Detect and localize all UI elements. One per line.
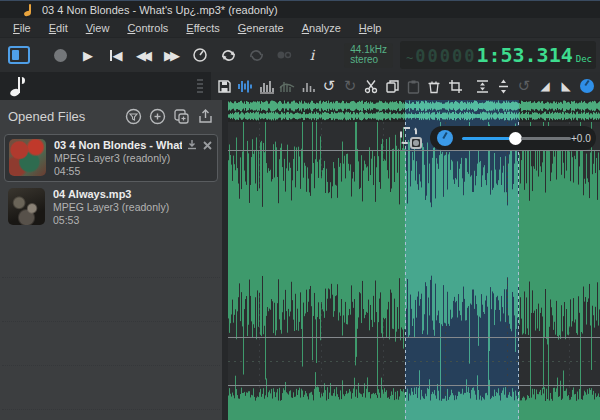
level-view-button[interactable] <box>299 76 317 96</box>
opened-files-header: Opened Files <box>0 100 222 132</box>
fade-in-icon: ◢ <box>540 79 549 93</box>
toolbar-drag-handle[interactable] <box>197 79 203 93</box>
zoom-vertical-button[interactable] <box>494 76 512 96</box>
gain-tool-button[interactable] <box>578 76 596 96</box>
spectrum-view-button[interactable] <box>257 76 275 96</box>
menu-file[interactable]: File <box>4 20 40 36</box>
save-icon <box>217 79 232 94</box>
redo-button[interactable]: ↻ <box>341 76 359 96</box>
menu-analyze[interactable]: Analyze <box>293 20 350 36</box>
waveform-view-button[interactable] <box>236 76 254 96</box>
fit-vertical-button[interactable] <box>473 76 491 96</box>
record-options-icon <box>276 49 292 61</box>
toolbar-left-section <box>0 72 211 100</box>
record-options-button[interactable] <box>272 43 296 67</box>
menu-bar: File Edit View Controls Effects Generate… <box>0 18 600 38</box>
fit-vertical-icon <box>475 79 490 94</box>
delete-button[interactable] <box>425 76 443 96</box>
time-value: 1:53.314 <box>476 43 572 67</box>
info-button[interactable]: i <box>300 43 324 67</box>
menu-edit[interactable]: Edit <box>40 20 77 36</box>
app-logo-icon <box>24 4 34 16</box>
selection-copy-icon[interactable] <box>400 127 422 149</box>
gain-knob-icon <box>580 79 594 93</box>
info-icon: i <box>310 48 314 62</box>
skip-to-start-button[interactable]: ◀ <box>104 43 128 67</box>
loop-selection-button[interactable] <box>244 43 268 67</box>
filter-files-button[interactable] <box>125 108 142 125</box>
cut-button[interactable] <box>362 76 380 96</box>
empty-list-row <box>2 278 220 322</box>
waveform-editor[interactable]: +0.0 <box>228 100 600 420</box>
title-bar: 03 4 Non Blondes - What's Up¿.mp3* (read… <box>0 0 600 18</box>
time-display[interactable]: ~ 00000 1:53.314 Dec <box>400 41 596 69</box>
paste-icon <box>406 79 421 94</box>
edit-toolbar: ↺ ↻ <box>211 72 600 100</box>
revert-button[interactable]: ↺ <box>515 76 533 96</box>
file-title: 04 Always.mp3 <box>53 188 214 200</box>
mixdown-button[interactable] <box>186 139 198 151</box>
gain-slider-popup: +0.0 <box>430 126 596 150</box>
paste-button[interactable] <box>404 76 422 96</box>
file-duration: 04:55 <box>54 165 213 177</box>
add-icon <box>149 108 166 125</box>
file-format: MPEG Layer3 (readonly) <box>54 152 213 164</box>
transport-toolbar: ▶ ◀ ◀◀ ▶▶ <box>0 38 600 72</box>
files-panel-toggle-button[interactable] <box>8 46 30 64</box>
fade-out-button[interactable]: ◣ <box>557 76 575 96</box>
album-art-thumbnail <box>9 139 46 176</box>
close-file-button[interactable] <box>202 140 213 151</box>
slider-filled-track <box>462 137 510 140</box>
empty-list-row <box>2 322 220 366</box>
copy-button[interactable] <box>383 76 401 96</box>
app-window: 03 4 Non Blondes - What's Up¿.mp3* (read… <box>0 0 600 420</box>
fade-in-button[interactable]: ◢ <box>536 76 554 96</box>
zoom-vertical-icon <box>496 79 511 94</box>
crop-icon <box>448 79 463 94</box>
file-list-item[interactable]: 03 4 Non Blondes - What's Up¿.... <box>4 134 218 182</box>
play-button[interactable]: ▶ <box>76 43 100 67</box>
window-title: 03 4 Non Blondes - What's Up¿.mp3* (read… <box>42 4 278 16</box>
play-speed-button[interactable] <box>188 43 212 67</box>
loop-icon <box>220 48 237 63</box>
record-button[interactable] <box>48 43 72 67</box>
gain-popup: +0.0 <box>400 126 596 150</box>
file-title: 03 4 Non Blondes - What's Up¿.... <box>54 139 182 151</box>
menu-generate[interactable]: Generate <box>229 20 293 36</box>
duplicate-file-button[interactable] <box>173 108 190 125</box>
arrow-down-to-line-icon <box>186 139 198 151</box>
file-list-item[interactable]: 04 Always.mp3 MPEG Layer3 (readonly) 05:… <box>4 184 218 230</box>
album-art-thumbnail <box>8 188 45 225</box>
opened-files-panel: Opened Files <box>0 100 222 420</box>
trash-icon <box>427 79 441 94</box>
gain-slider[interactable] <box>462 132 571 145</box>
export-file-button[interactable] <box>197 108 214 125</box>
gain-popup-knob-icon <box>437 130 453 146</box>
channel-mode-value: stereo <box>350 55 387 66</box>
menu-help[interactable]: Help <box>350 20 391 36</box>
save-button[interactable] <box>215 76 233 96</box>
speed-gauge-icon <box>192 47 208 63</box>
menu-view[interactable]: View <box>77 20 119 36</box>
empty-list-row <box>2 234 220 278</box>
skip-to-start-icon: ◀ <box>110 49 123 62</box>
rewind-button[interactable]: ◀◀ <box>132 43 156 67</box>
trim-button[interactable] <box>446 76 464 96</box>
overview-waveform-canvas[interactable] <box>228 100 600 122</box>
waveform-view-icon <box>237 79 253 94</box>
main-waveform-canvas[interactable] <box>228 122 600 420</box>
spectrogram-view-icon <box>279 79 295 94</box>
add-file-button[interactable] <box>149 108 166 125</box>
time-ghost-digits: 00000 <box>415 46 476 66</box>
spectrum-view-icon <box>259 79 274 94</box>
loop-selection-icon <box>248 48 265 63</box>
empty-list-row <box>2 366 220 410</box>
loop-button[interactable] <box>216 43 240 67</box>
menu-controls[interactable]: Controls <box>118 20 177 36</box>
fast-forward-button[interactable]: ▶▶ <box>160 43 184 67</box>
duplicate-icon <box>173 108 190 125</box>
file-duration: 05:53 <box>53 214 214 226</box>
menu-effects[interactable]: Effects <box>177 20 228 36</box>
spectrogram-view-button[interactable] <box>278 76 296 96</box>
undo-button[interactable]: ↺ <box>320 76 338 96</box>
